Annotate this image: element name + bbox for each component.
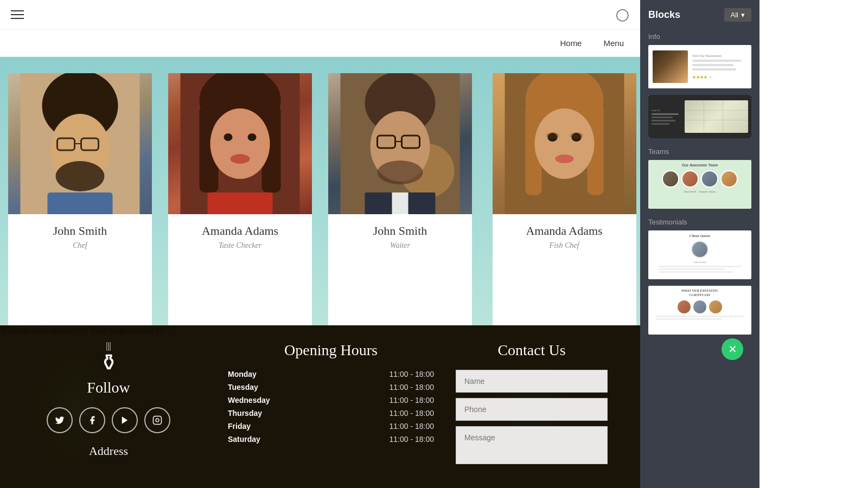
team-photo-amanda-fish <box>493 73 636 214</box>
sidebar-header: Blocks All ▾ <box>648 8 751 22</box>
hours-row-wednesday: Wednesday 11:00 - 18:00 <box>228 396 434 404</box>
hours-row-thursday: Thursday 11:00 - 18:00 <box>228 409 434 418</box>
block-preview-teams: Our Awesome Team John SmithAmanda Adams <box>648 160 751 209</box>
team-role-john-waiter: Waiter <box>373 241 427 250</box>
nav-menu[interactable]: Menu <box>603 38 624 48</box>
team-photo-john-waiter <box>328 73 472 214</box>
block-preview-testimonial1: Client Quote John Smith <box>648 230 751 279</box>
filter-label: All <box>731 11 738 19</box>
footer-contact-column: Contact Us <box>445 336 608 466</box>
section-label-teams: Teams <box>648 147 751 156</box>
team-card-inner: John Smith Chef <box>8 73 152 325</box>
team-role-amanda-fish: Fish Chef <box>526 241 602 250</box>
team-card-inner: Amanda Adams Fish Chef <box>493 73 636 325</box>
team-card: John Smith Chef <box>0 57 160 325</box>
svg-point-13 <box>224 133 233 141</box>
day-thursday: Thursday <box>228 409 262 418</box>
team-section: John Smith Chef <box>0 57 640 325</box>
svg-marker-37 <box>122 416 128 424</box>
follow-title: Follow <box>87 379 130 396</box>
team-photo-amanda-taste <box>168 73 312 214</box>
sidebar-title: Blocks <box>648 9 680 21</box>
teams-block-1[interactable]: Our Awesome Team John SmithAmanda Adams <box>648 160 751 209</box>
nav-home[interactable]: Home <box>560 38 582 48</box>
team-name-john-chef: John Smith <box>53 224 107 238</box>
section-label-info: Info <box>648 33 751 41</box>
team-info: John Smith Waiter <box>368 214 433 258</box>
day-monday: Monday <box>228 370 257 378</box>
team-photo-john-chef <box>8 73 152 214</box>
team-role-amanda-taste: Taste Checker <box>202 241 278 250</box>
svg-point-14 <box>248 133 257 141</box>
day-saturday: Saturday <box>228 435 260 444</box>
team-info: John Smith Chef <box>48 214 113 258</box>
footer-hours-column: Opening Hours Monday 11:00 - 18:00 Tuesd… <box>195 336 434 448</box>
footer-follow-column: ||| ⚱ Follow <box>33 336 184 458</box>
team-name-john-waiter: John Smith <box>373 224 427 238</box>
time-monday: 11:00 - 18:00 <box>389 370 434 378</box>
team-card: Amanda Adams Taste Checker <box>160 57 320 325</box>
top-bar: ◯ <box>0 0 640 30</box>
contact-title: Contact Us <box>456 342 608 359</box>
opening-hours-title: Opening Hours <box>228 342 434 359</box>
testimonials-block-1[interactable]: Client Quote John Smith <box>648 230 751 279</box>
pot-icon: ⚱ <box>99 351 118 374</box>
hours-table: Monday 11:00 - 18:00 Tuesday 11:00 - 18:… <box>228 370 434 444</box>
facebook-button[interactable] <box>79 407 105 433</box>
team-card: Amanda Adams Fish Chef <box>480 57 640 325</box>
close-button[interactable]: ✕ <box>722 338 743 360</box>
instagram-button[interactable] <box>144 407 170 433</box>
time-saturday: 11:00 - 18:00 <box>389 435 434 444</box>
team-info: Amanda Adams Fish Chef <box>520 214 608 258</box>
time-tuesday: 11:00 - 18:00 <box>389 383 434 391</box>
day-wednesday: Wednesday <box>228 396 270 404</box>
team-card: John Smith Waiter <box>320 57 480 325</box>
section-label-testimonials: Testimonials <box>648 218 751 226</box>
team-info: Amanda Adams Taste Checker <box>196 214 284 258</box>
svg-point-6 <box>56 161 105 191</box>
chevron-down-icon: ▾ <box>741 11 745 19</box>
hours-row-saturday: Saturday 11:00 - 18:00 <box>228 435 434 444</box>
svg-point-35 <box>570 132 583 139</box>
social-icons-row <box>47 407 170 433</box>
time-thursday: 11:00 - 18:00 <box>389 409 434 418</box>
filter-all-button[interactable]: All ▾ <box>724 8 751 22</box>
svg-rect-7 <box>48 192 113 214</box>
info-block-1[interactable]: Visit Our Restaurant ★★★★★ <box>648 45 751 88</box>
svg-point-31 <box>534 108 594 179</box>
time-wednesday: 11:00 - 18:00 <box>389 396 434 404</box>
hours-row-monday: Monday 11:00 - 18:00 <box>228 370 434 378</box>
youtube-button[interactable] <box>112 407 138 433</box>
svg-point-24 <box>378 160 423 184</box>
block-preview-testimonial2: WHAT OUR FANTASTICCLIENTS SAY <box>648 286 751 335</box>
phone-icon: ◯ <box>616 8 629 22</box>
info-block-2[interactable]: Visit Us <box>648 95 751 138</box>
svg-point-12 <box>210 108 270 179</box>
svg-rect-26 <box>392 192 409 214</box>
testimonials-block-2[interactable]: WHAT OUR FANTASTICCLIENTS SAY <box>648 286 751 335</box>
address-title: Address <box>89 444 128 458</box>
footer-content: ||| ⚱ Follow <box>0 325 640 472</box>
hamburger-icon[interactable] <box>11 10 24 19</box>
svg-point-34 <box>546 132 559 139</box>
team-name-amanda-fish: Amanda Adams <box>526 224 602 238</box>
hours-row-friday: Friday 11:00 - 18:00 <box>228 422 434 431</box>
team-role-john-chef: Chef <box>53 241 107 250</box>
time-friday: 11:00 - 18:00 <box>389 422 434 431</box>
message-textarea[interactable] <box>456 426 608 464</box>
right-sidebar: Blocks All ▾ Info Visit Our Restaurant ★… <box>640 0 760 488</box>
day-friday: Friday <box>228 422 251 431</box>
footer-section: ');background-size:cover; filter:brightn… <box>0 325 640 488</box>
logo-lines-top: ||| <box>106 342 111 350</box>
hours-row-tuesday: Tuesday 11:00 - 18:00 <box>228 383 434 391</box>
nav-bar: Home Menu <box>0 30 640 57</box>
svg-point-15 <box>231 154 250 164</box>
team-card-inner: Amanda Adams Taste Checker <box>168 73 312 325</box>
name-input[interactable] <box>456 370 608 393</box>
phone-input[interactable] <box>456 398 608 421</box>
twitter-button[interactable] <box>47 407 73 433</box>
main-area: ◯ Home Menu <box>0 0 640 488</box>
team-name-amanda-taste: Amanda Adams <box>202 224 278 238</box>
block-preview-info2: Visit Us <box>648 95 751 138</box>
svg-rect-38 <box>154 416 162 425</box>
